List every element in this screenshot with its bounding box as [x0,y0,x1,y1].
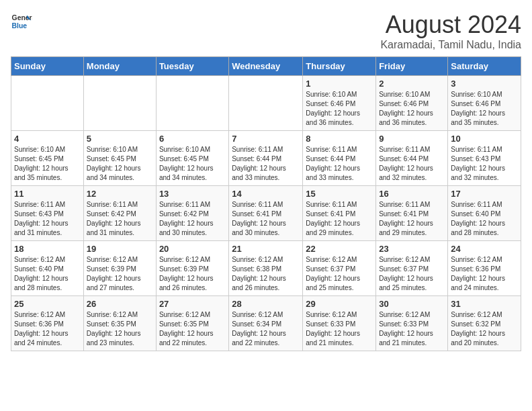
calendar-cell: 10Sunrise: 6:11 AM Sunset: 6:43 PM Dayli… [448,131,521,186]
day-number: 31 [451,299,518,309]
day-number: 30 [379,299,445,309]
day-detail: Sunrise: 6:11 AM Sunset: 6:42 PM Dayligh… [159,200,226,238]
calendar-cell: 11Sunrise: 6:11 AM Sunset: 6:43 PM Dayli… [11,186,84,241]
day-number: 1 [306,79,373,89]
calendar-week-5: 25Sunrise: 6:12 AM Sunset: 6:36 PM Dayli… [11,296,521,351]
day-number: 16 [379,189,445,199]
calendar-cell: 23Sunrise: 6:12 AM Sunset: 6:37 PM Dayli… [376,241,448,296]
day-number: 17 [451,189,518,199]
header: General Blue August 2024 Karamadai, Tami… [11,11,521,51]
page-subtitle: Karamadai, Tamil Nadu, India [380,39,521,51]
day-detail: Sunrise: 6:12 AM Sunset: 6:35 PM Dayligh… [159,310,226,348]
day-detail: Sunrise: 6:12 AM Sunset: 6:37 PM Dayligh… [306,255,373,293]
calendar-cell: 31Sunrise: 6:12 AM Sunset: 6:32 PM Dayli… [448,296,521,351]
day-detail: Sunrise: 6:11 AM Sunset: 6:42 PM Dayligh… [87,200,153,238]
calendar-cell: 22Sunrise: 6:12 AM Sunset: 6:37 PM Dayli… [303,241,376,296]
header-wednesday: Wednesday [229,57,303,76]
calendar-cell: 5Sunrise: 6:10 AM Sunset: 6:45 PM Daylig… [83,131,156,186]
day-number: 12 [87,189,153,199]
day-detail: Sunrise: 6:10 AM Sunset: 6:45 PM Dayligh… [159,145,226,183]
svg-text:Blue: Blue [12,22,28,30]
day-detail: Sunrise: 6:12 AM Sunset: 6:33 PM Dayligh… [306,310,373,348]
calendar-cell: 8Sunrise: 6:11 AM Sunset: 6:44 PM Daylig… [303,131,376,186]
day-number: 23 [379,244,445,254]
header-tuesday: Tuesday [156,57,228,76]
calendar-header-row: SundayMondayTuesdayWednesdayThursdayFrid… [11,57,521,76]
calendar-cell: 18Sunrise: 6:12 AM Sunset: 6:40 PM Dayli… [11,241,84,296]
calendar-cell: 16Sunrise: 6:11 AM Sunset: 6:41 PM Dayli… [376,186,448,241]
day-detail: Sunrise: 6:12 AM Sunset: 6:34 PM Dayligh… [232,310,300,348]
calendar-cell: 17Sunrise: 6:11 AM Sunset: 6:40 PM Dayli… [448,186,521,241]
calendar-cell: 15Sunrise: 6:11 AM Sunset: 6:41 PM Dayli… [303,186,376,241]
logo-icon: General Blue [11,11,32,32]
calendar-cell: 9Sunrise: 6:11 AM Sunset: 6:44 PM Daylig… [376,131,448,186]
day-detail: Sunrise: 6:12 AM Sunset: 6:36 PM Dayligh… [451,255,518,293]
day-number: 13 [159,189,226,199]
calendar-cell: 28Sunrise: 6:12 AM Sunset: 6:34 PM Dayli… [229,296,303,351]
calendar-cell: 24Sunrise: 6:12 AM Sunset: 6:36 PM Dayli… [448,241,521,296]
day-detail: Sunrise: 6:12 AM Sunset: 6:36 PM Dayligh… [14,310,81,348]
day-number: 10 [451,134,518,144]
calendar-cell [229,76,303,131]
calendar-cell: 2Sunrise: 6:10 AM Sunset: 6:46 PM Daylig… [376,76,448,131]
day-number: 15 [306,189,373,199]
day-detail: Sunrise: 6:12 AM Sunset: 6:32 PM Dayligh… [451,310,518,348]
day-detail: Sunrise: 6:12 AM Sunset: 6:39 PM Dayligh… [87,255,153,293]
calendar-cell: 30Sunrise: 6:12 AM Sunset: 6:33 PM Dayli… [376,296,448,351]
day-number: 20 [159,244,226,254]
calendar-table: SundayMondayTuesdayWednesdayThursdayFrid… [11,56,521,351]
day-number: 22 [306,244,373,254]
day-detail: Sunrise: 6:10 AM Sunset: 6:46 PM Dayligh… [451,90,518,128]
header-friday: Friday [376,57,448,76]
calendar-cell: 6Sunrise: 6:10 AM Sunset: 6:45 PM Daylig… [156,131,228,186]
day-number: 7 [232,134,300,144]
day-number: 19 [87,244,153,254]
day-number: 2 [379,79,445,89]
calendar-cell: 3Sunrise: 6:10 AM Sunset: 6:46 PM Daylig… [448,76,521,131]
header-sunday: Sunday [11,57,84,76]
day-detail: Sunrise: 6:11 AM Sunset: 6:40 PM Dayligh… [451,200,518,238]
day-number: 21 [232,244,300,254]
day-number: 4 [14,134,81,144]
calendar-cell: 14Sunrise: 6:11 AM Sunset: 6:41 PM Dayli… [229,186,303,241]
day-detail: Sunrise: 6:12 AM Sunset: 6:35 PM Dayligh… [87,310,153,348]
day-number: 25 [14,299,81,309]
day-detail: Sunrise: 6:11 AM Sunset: 6:41 PM Dayligh… [379,200,445,238]
day-number: 27 [159,299,226,309]
calendar-cell: 1Sunrise: 6:10 AM Sunset: 6:46 PM Daylig… [303,76,376,131]
calendar-week-1: 1Sunrise: 6:10 AM Sunset: 6:46 PM Daylig… [11,76,521,131]
day-detail: Sunrise: 6:12 AM Sunset: 6:33 PM Dayligh… [379,310,445,348]
calendar-week-4: 18Sunrise: 6:12 AM Sunset: 6:40 PM Dayli… [11,241,521,296]
day-number: 29 [306,299,373,309]
calendar-cell: 27Sunrise: 6:12 AM Sunset: 6:35 PM Dayli… [156,296,228,351]
calendar-cell: 4Sunrise: 6:10 AM Sunset: 6:45 PM Daylig… [11,131,84,186]
title-block: August 2024 Karamadai, Tamil Nadu, India [380,11,521,51]
day-number: 6 [159,134,226,144]
day-number: 9 [379,134,445,144]
day-detail: Sunrise: 6:11 AM Sunset: 6:41 PM Dayligh… [306,200,373,238]
day-detail: Sunrise: 6:11 AM Sunset: 6:44 PM Dayligh… [306,145,373,183]
calendar-cell: 7Sunrise: 6:11 AM Sunset: 6:44 PM Daylig… [229,131,303,186]
calendar-cell: 13Sunrise: 6:11 AM Sunset: 6:42 PM Dayli… [156,186,228,241]
day-number: 18 [14,244,81,254]
day-number: 24 [451,244,518,254]
day-detail: Sunrise: 6:11 AM Sunset: 6:44 PM Dayligh… [379,145,445,183]
day-detail: Sunrise: 6:11 AM Sunset: 6:43 PM Dayligh… [451,145,518,183]
day-number: 5 [87,134,153,144]
calendar-week-3: 11Sunrise: 6:11 AM Sunset: 6:43 PM Dayli… [11,186,521,241]
day-number: 26 [87,299,153,309]
day-detail: Sunrise: 6:10 AM Sunset: 6:45 PM Dayligh… [14,145,81,183]
calendar-cell: 19Sunrise: 6:12 AM Sunset: 6:39 PM Dayli… [83,241,156,296]
day-detail: Sunrise: 6:10 AM Sunset: 6:46 PM Dayligh… [306,90,373,128]
day-number: 8 [306,134,373,144]
day-detail: Sunrise: 6:11 AM Sunset: 6:41 PM Dayligh… [232,200,300,238]
calendar-cell: 25Sunrise: 6:12 AM Sunset: 6:36 PM Dayli… [11,296,84,351]
page-title: August 2024 [380,11,521,39]
day-number: 3 [451,79,518,89]
calendar-cell: 26Sunrise: 6:12 AM Sunset: 6:35 PM Dayli… [83,296,156,351]
header-monday: Monday [83,57,156,76]
day-detail: Sunrise: 6:10 AM Sunset: 6:46 PM Dayligh… [379,90,445,128]
calendar-cell: 20Sunrise: 6:12 AM Sunset: 6:39 PM Dayli… [156,241,228,296]
header-saturday: Saturday [448,57,521,76]
calendar-cell [11,76,84,131]
